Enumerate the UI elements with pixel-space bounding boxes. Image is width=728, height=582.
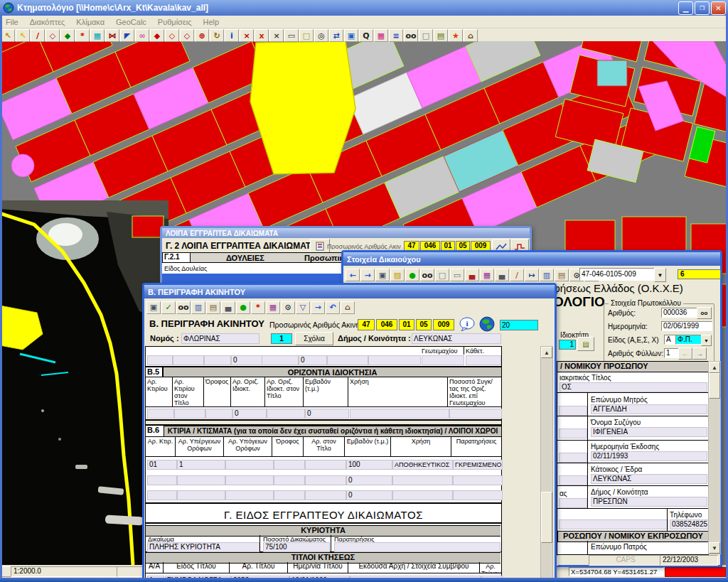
close-button[interactable]: ✕ xyxy=(711,1,726,15)
mother-surname-field[interactable]: ΑΓΓΕΛΙΔΗ xyxy=(591,404,707,414)
globe-button[interactable] xyxy=(478,316,496,332)
shield-icon-button[interactable]: ▽ xyxy=(296,301,310,314)
protocol-kind-combo[interactable]: Φ.Π. xyxy=(675,335,704,345)
left-code-field[interactable] xyxy=(559,475,587,485)
b6-cell[interactable] xyxy=(392,475,453,485)
municipality-field[interactable]: ΠΡΕΣΠΩΝ xyxy=(591,497,707,507)
perigrafi-titlebar[interactable]: Β. ΠΕΡΙΓΡΑΦΗ ΑΚΙΝΗΤΟΥ xyxy=(144,285,555,298)
b4-cell[interactable] xyxy=(368,355,421,365)
paste-icon-button[interactable]: ▤ xyxy=(206,301,220,314)
comments-button[interactable]: Σχόλια xyxy=(295,332,333,345)
home-icon-button[interactable]: ⌂ xyxy=(341,301,355,314)
b4-cell[interactable] xyxy=(147,355,173,365)
b6-cell[interactable] xyxy=(305,475,346,485)
b6-cell[interactable]: 1 xyxy=(177,460,225,470)
grid-icon-button[interactable]: ▦ xyxy=(90,29,105,42)
info-icon-button[interactable]: i xyxy=(225,29,239,42)
b6-cell[interactable] xyxy=(225,475,274,485)
prev-icon-button[interactable]: ← xyxy=(346,269,360,281)
b4-cell[interactable] xyxy=(173,355,204,365)
check-icon-button[interactable]: ✓ xyxy=(161,301,176,314)
left-code-field[interactable] xyxy=(559,406,587,416)
target-icon-button[interactable]: ⊕ xyxy=(195,29,209,42)
info-button[interactable]: i xyxy=(459,317,477,331)
edit-arrow-icon-button[interactable]: ↖ xyxy=(16,29,30,42)
rotate-icon-button[interactable]: ↻ xyxy=(210,29,224,42)
person-scrollbar[interactable]: ▲ ▼ xyxy=(708,361,721,554)
b5-cell[interactable] xyxy=(147,409,174,419)
prev-sheet-button[interactable]: ← xyxy=(678,347,692,360)
b5-cell[interactable] xyxy=(174,409,205,419)
flag-icon-button[interactable]: ◤ xyxy=(120,29,134,42)
link-icon-button[interactable]: ∞ xyxy=(135,29,149,42)
kaek-combobox[interactable]: 47-046-0105-009 xyxy=(579,268,658,281)
find-icon-button[interactable]: oo xyxy=(176,301,191,314)
clean-icon-button[interactable]: ∕ xyxy=(510,269,524,281)
new-page-icon-button[interactable]: □ xyxy=(435,269,449,281)
diamond-outline-icon-button[interactable]: ◇ xyxy=(165,29,179,42)
burst-icon-button[interactable]: ★ xyxy=(449,29,463,42)
menu-klimaka[interactable]: Κλίμακα xyxy=(70,17,110,27)
menu-geocalc[interactable]: GeoCalc xyxy=(110,17,152,27)
left-code-field[interactable] xyxy=(559,453,587,463)
pososto-field[interactable]: 75/100 xyxy=(263,542,330,552)
cut-icon-button[interactable]: x xyxy=(255,29,269,42)
b6-cell[interactable] xyxy=(274,490,305,500)
forward-icon-button[interactable]: → xyxy=(311,301,325,314)
loipa-titlebar[interactable]: ΛΟΙΠΑ ΕΓΓΡΑΠΤΕΑ ΔΙΚΑΙΩΜΑΤΑ xyxy=(162,228,530,238)
distinct-title-field[interactable]: ΟΣ xyxy=(560,382,707,392)
b6-cell[interactable] xyxy=(177,490,225,500)
plot-icon-button[interactable]: * xyxy=(75,29,90,42)
traffic-light-icon-button[interactable]: ● xyxy=(405,269,419,281)
b6-cell[interactable]: 0 xyxy=(346,490,392,500)
b4-cell[interactable] xyxy=(466,355,501,365)
b5-cell[interactable] xyxy=(449,409,502,419)
dikaioma-field[interactable]: ΠΛΗΡΗΣ ΚΥΡΙΟΤΗΤΑ xyxy=(147,542,259,552)
menu-diakoptes[interactable]: Διακόπτες xyxy=(24,17,71,27)
b6-cell[interactable] xyxy=(147,490,177,500)
key-icon-button[interactable]: Q xyxy=(359,29,373,42)
magnifier-icon-button[interactable]: ◎ xyxy=(314,29,328,42)
print-icon-button[interactable]: ▄ xyxy=(495,269,509,281)
copy-icon-button[interactable]: ▥ xyxy=(540,269,554,281)
scroll-thumb[interactable] xyxy=(541,492,552,543)
traffic-light-icon-button[interactable]: ● xyxy=(236,301,250,314)
b5-cell[interactable] xyxy=(205,409,232,419)
scroll-down-icon[interactable]: ▼ xyxy=(709,542,720,554)
left-code-field[interactable] xyxy=(559,429,587,438)
residence-field[interactable]: ΛΕΥΚΩΝΑΣ xyxy=(591,474,707,484)
scroll-up-icon[interactable]: ▲ xyxy=(709,362,720,373)
chart-icon-button[interactable]: ▦ xyxy=(266,301,280,314)
undo-icon-button[interactable]: ↶ xyxy=(326,301,340,314)
page-icon-button[interactable]: □ xyxy=(419,29,433,42)
b5-cell[interactable] xyxy=(350,409,449,419)
next-icon-button[interactable]: → xyxy=(360,269,375,281)
scroll-up-icon[interactable]: ▲ xyxy=(541,347,552,358)
export-icon-button[interactable]: ↦ xyxy=(525,269,539,281)
issue-date-field[interactable]: 02/11/1993 xyxy=(591,451,707,461)
app-titlebar[interactable]: Κτηματολόγιο [\\Home\c\Arx_Kt\Kavala\kav… xyxy=(0,0,728,16)
books-icon-button[interactable]: ≡ xyxy=(389,29,403,42)
b6-cell[interactable] xyxy=(305,490,346,500)
find-icon-button[interactable]: oo xyxy=(420,269,434,281)
diamond-icon-button[interactable]: ◆ xyxy=(150,29,164,42)
swap-icon-button[interactable]: ⇄ xyxy=(329,29,343,42)
b6-cell[interactable]: 01 xyxy=(147,460,177,470)
palette-icon-button[interactable]: ▦ xyxy=(374,29,388,42)
select-arrow-icon-button[interactable]: ↖ xyxy=(1,29,15,42)
b6-cell[interactable] xyxy=(147,475,177,485)
monitor-icon-button[interactable]: ▣ xyxy=(344,29,358,42)
restore-button[interactable]: ❒ xyxy=(695,1,710,15)
form-scrollbar[interactable]: ▲ xyxy=(540,346,553,582)
address-field[interactable] xyxy=(559,519,668,529)
b6-cell[interactable]: 100 xyxy=(346,460,392,470)
scroll-thumb[interactable] xyxy=(709,373,720,399)
protocol-search-button[interactable]: oo xyxy=(697,307,712,319)
save-icon-button[interactable]: ▣ xyxy=(146,301,161,314)
b6-cell[interactable] xyxy=(453,475,503,485)
layers-icon-button[interactable]: ◆ xyxy=(60,29,75,42)
b6-cell[interactable]: ΓΚΡΕΜΙΣΜΕΝΟ xyxy=(453,460,503,470)
rect-icon-button[interactable]: ▭ xyxy=(284,29,299,42)
grid-edit-icon-button[interactable]: ▤ xyxy=(434,29,448,42)
protocol-sheets-field[interactable]: 1 xyxy=(664,348,680,358)
